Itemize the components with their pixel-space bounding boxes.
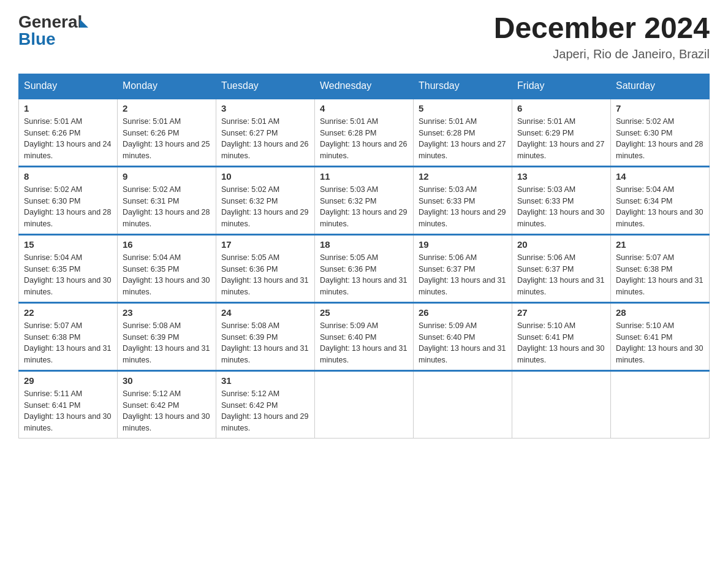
day-number: 16 [123,239,211,250]
calendar-cell: 27 Sunrise: 5:10 AMSunset: 6:41 PMDaylig… [512,302,611,370]
day-number: 29 [24,375,112,386]
day-number: 22 [24,307,112,318]
day-info: Sunrise: 5:01 AMSunset: 6:28 PMDaylight:… [320,116,408,162]
header-saturday: Saturday [611,74,710,98]
calendar-cell: 16 Sunrise: 5:04 AMSunset: 6:35 PMDaylig… [118,234,216,302]
calendar-cell: 9 Sunrise: 5:02 AMSunset: 6:31 PMDayligh… [118,166,216,234]
logo-triangle-icon [80,19,88,28]
calendar-cell: 17 Sunrise: 5:05 AMSunset: 6:36 PMDaylig… [216,234,315,302]
calendar-cell: 12 Sunrise: 5:03 AMSunset: 6:33 PMDaylig… [414,166,512,234]
calendar-cell [315,370,414,438]
day-info: Sunrise: 5:07 AMSunset: 6:38 PMDaylight:… [616,252,704,298]
day-number: 10 [221,171,309,182]
calendar-cell: 18 Sunrise: 5:05 AMSunset: 6:36 PMDaylig… [315,234,414,302]
calendar-cell: 14 Sunrise: 5:04 AMSunset: 6:34 PMDaylig… [611,166,710,234]
day-info: Sunrise: 5:10 AMSunset: 6:41 PMDaylight:… [616,320,704,366]
day-number: 2 [123,103,211,113]
calendar-cell: 8 Sunrise: 5:02 AMSunset: 6:30 PMDayligh… [19,166,118,234]
calendar-cell: 3 Sunrise: 5:01 AMSunset: 6:27 PMDayligh… [216,98,315,166]
week-row-5: 29 Sunrise: 5:11 AMSunset: 6:41 PMDaylig… [19,370,710,438]
day-number: 3 [221,103,309,113]
header-tuesday: Tuesday [216,74,315,98]
day-number: 23 [123,307,211,318]
day-info: Sunrise: 5:03 AMSunset: 6:33 PMDaylight:… [419,184,507,230]
calendar-cell: 11 Sunrise: 5:03 AMSunset: 6:32 PMDaylig… [315,166,414,234]
header-thursday: Thursday [414,74,512,98]
day-info: Sunrise: 5:07 AMSunset: 6:38 PMDaylight:… [24,320,112,366]
day-number: 11 [320,171,408,182]
day-info: Sunrise: 5:09 AMSunset: 6:40 PMDaylight:… [419,320,507,366]
day-info: Sunrise: 5:03 AMSunset: 6:33 PMDaylight:… [517,184,605,230]
day-info: Sunrise: 5:01 AMSunset: 6:27 PMDaylight:… [221,116,309,162]
page-header: General Blue December 2024 Japeri, Rio d… [18,12,710,61]
day-number: 8 [24,171,112,182]
day-number: 25 [320,307,408,318]
day-info: Sunrise: 5:01 AMSunset: 6:26 PMDaylight:… [123,116,211,162]
calendar-cell: 6 Sunrise: 5:01 AMSunset: 6:29 PMDayligh… [512,98,611,166]
day-info: Sunrise: 5:09 AMSunset: 6:40 PMDaylight:… [320,320,408,366]
calendar-cell: 10 Sunrise: 5:02 AMSunset: 6:32 PMDaylig… [216,166,315,234]
day-info: Sunrise: 5:02 AMSunset: 6:32 PMDaylight:… [221,184,309,230]
calendar-cell: 13 Sunrise: 5:03 AMSunset: 6:33 PMDaylig… [512,166,611,234]
day-info: Sunrise: 5:12 AMSunset: 6:42 PMDaylight:… [123,388,211,434]
title-area: December 2024 Japeri, Rio de Janeiro, Br… [494,12,710,61]
day-number: 9 [123,171,211,182]
day-info: Sunrise: 5:05 AMSunset: 6:36 PMDaylight:… [320,252,408,298]
calendar-cell: 26 Sunrise: 5:09 AMSunset: 6:40 PMDaylig… [414,302,512,370]
calendar-cell: 4 Sunrise: 5:01 AMSunset: 6:28 PMDayligh… [315,98,414,166]
day-number: 4 [320,103,408,113]
day-number: 20 [517,239,605,250]
day-number: 18 [320,239,408,250]
day-number: 26 [419,307,507,318]
day-number: 24 [221,307,309,318]
calendar-cell: 5 Sunrise: 5:01 AMSunset: 6:28 PMDayligh… [414,98,512,166]
header-row: SundayMondayTuesdayWednesdayThursdayFrid… [19,74,710,98]
calendar-table: SundayMondayTuesdayWednesdayThursdayFrid… [18,74,710,439]
day-number: 30 [123,375,211,386]
header-sunday: Sunday [19,74,118,98]
day-number: 1 [24,103,112,113]
day-number: 13 [517,171,605,182]
day-info: Sunrise: 5:04 AMSunset: 6:35 PMDaylight:… [24,252,112,298]
calendar-cell: 23 Sunrise: 5:08 AMSunset: 6:39 PMDaylig… [118,302,216,370]
day-number: 21 [616,239,704,250]
day-number: 5 [419,103,507,113]
day-info: Sunrise: 5:08 AMSunset: 6:39 PMDaylight:… [123,320,211,366]
day-number: 14 [616,171,704,182]
header-monday: Monday [118,74,216,98]
calendar-cell: 19 Sunrise: 5:06 AMSunset: 6:37 PMDaylig… [414,234,512,302]
day-info: Sunrise: 5:01 AMSunset: 6:26 PMDaylight:… [24,116,112,162]
calendar-cell: 25 Sunrise: 5:09 AMSunset: 6:40 PMDaylig… [315,302,414,370]
header-friday: Friday [512,74,611,98]
calendar-cell [611,370,710,438]
day-number: 7 [616,103,704,113]
day-info: Sunrise: 5:02 AMSunset: 6:30 PMDaylight:… [24,184,112,230]
day-info: Sunrise: 5:06 AMSunset: 6:37 PMDaylight:… [517,252,605,298]
day-number: 31 [221,375,309,386]
day-info: Sunrise: 5:03 AMSunset: 6:32 PMDaylight:… [320,184,408,230]
week-row-2: 8 Sunrise: 5:02 AMSunset: 6:30 PMDayligh… [19,166,710,234]
day-info: Sunrise: 5:01 AMSunset: 6:28 PMDaylight:… [419,116,507,162]
day-info: Sunrise: 5:02 AMSunset: 6:31 PMDaylight:… [123,184,211,230]
calendar-cell: 22 Sunrise: 5:07 AMSunset: 6:38 PMDaylig… [19,302,118,370]
day-info: Sunrise: 5:02 AMSunset: 6:30 PMDaylight:… [616,116,704,162]
calendar-cell: 21 Sunrise: 5:07 AMSunset: 6:38 PMDaylig… [611,234,710,302]
week-row-1: 1 Sunrise: 5:01 AMSunset: 6:26 PMDayligh… [19,98,710,166]
day-info: Sunrise: 5:05 AMSunset: 6:36 PMDaylight:… [221,252,309,298]
day-info: Sunrise: 5:11 AMSunset: 6:41 PMDaylight:… [24,388,112,434]
day-info: Sunrise: 5:01 AMSunset: 6:29 PMDaylight:… [517,116,605,162]
day-number: 27 [517,307,605,318]
header-wednesday: Wednesday [315,74,414,98]
day-number: 17 [221,239,309,250]
day-number: 28 [616,307,704,318]
week-row-3: 15 Sunrise: 5:04 AMSunset: 6:35 PMDaylig… [19,234,710,302]
day-number: 6 [517,103,605,113]
calendar-cell: 20 Sunrise: 5:06 AMSunset: 6:37 PMDaylig… [512,234,611,302]
day-info: Sunrise: 5:04 AMSunset: 6:35 PMDaylight:… [123,252,211,298]
day-number: 12 [419,171,507,182]
calendar-cell: 2 Sunrise: 5:01 AMSunset: 6:26 PMDayligh… [118,98,216,166]
calendar-cell: 30 Sunrise: 5:12 AMSunset: 6:42 PMDaylig… [118,370,216,438]
calendar-cell: 15 Sunrise: 5:04 AMSunset: 6:35 PMDaylig… [19,234,118,302]
calendar-title: December 2024 [494,12,710,45]
day-info: Sunrise: 5:08 AMSunset: 6:39 PMDaylight:… [221,320,309,366]
